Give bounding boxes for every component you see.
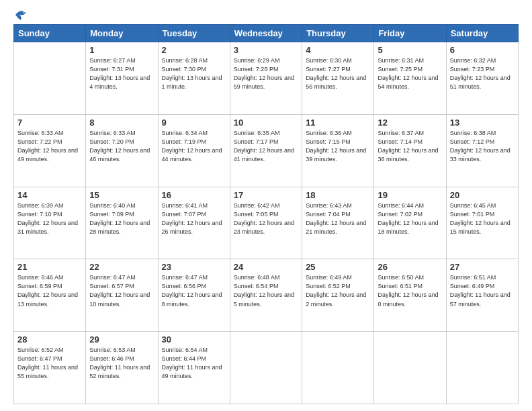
sunrise-text: Sunrise: 6:46 AM	[17, 274, 64, 281]
day-number: 20	[450, 190, 515, 200]
sunrise-text: Sunrise: 6:29 AM	[234, 57, 280, 64]
daylight-text: Daylight: 12 hours and 15 minutes.	[450, 220, 511, 235]
table-row: 13 Sunrise: 6:38 AM Sunset: 7:12 PM Dayl…	[446, 114, 518, 187]
table-row: 24 Sunrise: 6:48 AM Sunset: 6:54 PM Dayl…	[230, 259, 302, 332]
daylight-text: Daylight: 12 hours and 44 minutes.	[162, 147, 222, 163]
day-number: 21	[17, 262, 82, 272]
table-row: 28 Sunrise: 6:52 AM Sunset: 6:47 PM Dayl…	[14, 332, 86, 404]
day-number: 22	[89, 262, 154, 272]
table-row: 6 Sunrise: 6:32 AM Sunset: 7:23 PM Dayli…	[446, 42, 518, 115]
day-number: 11	[306, 118, 370, 128]
sunset-text: Sunset: 7:01 PM	[450, 211, 495, 218]
table-row	[446, 332, 518, 404]
col-friday: Friday	[374, 25, 446, 42]
cell-info: Sunrise: 6:39 AM Sunset: 7:10 PM Dayligh…	[17, 201, 82, 236]
sunset-text: Sunset: 7:07 PM	[162, 211, 207, 218]
sunset-text: Sunset: 7:25 PM	[378, 66, 423, 73]
table-row: 25 Sunrise: 6:49 AM Sunset: 6:52 PM Dayl…	[302, 259, 374, 332]
day-number: 30	[162, 334, 226, 345]
sunrise-text: Sunrise: 6:37 AM	[378, 130, 424, 136]
sunset-text: Sunset: 7:17 PM	[234, 138, 279, 145]
day-number: 15	[89, 190, 154, 200]
table-row: 3 Sunrise: 6:29 AM Sunset: 7:28 PM Dayli…	[230, 42, 302, 115]
daylight-text: Daylight: 11 hours and 52 minutes.	[89, 364, 150, 379]
col-monday: Monday	[86, 25, 158, 42]
table-row: 8 Sunrise: 6:33 AM Sunset: 7:20 PM Dayli…	[86, 114, 158, 187]
sunrise-text: Sunrise: 6:27 AM	[89, 57, 136, 64]
daylight-text: Daylight: 11 hours and 57 minutes.	[450, 291, 511, 307]
daylight-text: Daylight: 12 hours and 51 minutes.	[450, 75, 511, 90]
daylight-text: Daylight: 12 hours and 0 minutes.	[378, 291, 438, 307]
table-row: 17 Sunrise: 6:42 AM Sunset: 7:05 PM Dayl…	[230, 187, 302, 259]
sunrise-text: Sunrise: 6:44 AM	[378, 202, 424, 209]
cell-info: Sunrise: 6:30 AM Sunset: 7:27 PM Dayligh…	[306, 56, 370, 91]
sunset-text: Sunset: 7:14 PM	[378, 138, 423, 145]
sunset-text: Sunset: 6:51 PM	[378, 283, 423, 289]
daylight-text: Daylight: 12 hours and 8 minutes.	[162, 291, 222, 307]
cell-info: Sunrise: 6:27 AM Sunset: 7:31 PM Dayligh…	[89, 56, 154, 91]
table-row	[374, 332, 446, 404]
cell-info: Sunrise: 6:51 AM Sunset: 6:49 PM Dayligh…	[450, 273, 515, 308]
daylight-text: Daylight: 12 hours and 54 minutes.	[378, 75, 438, 90]
sunset-text: Sunset: 6:52 PM	[306, 283, 351, 289]
table-row: 4 Sunrise: 6:30 AM Sunset: 7:27 PM Dayli…	[302, 42, 374, 115]
cell-info: Sunrise: 6:28 AM Sunset: 7:30 PM Dayligh…	[162, 56, 226, 91]
sunset-text: Sunset: 7:23 PM	[450, 66, 495, 73]
calendar-week-row: 1 Sunrise: 6:27 AM Sunset: 7:31 PM Dayli…	[14, 42, 519, 115]
col-wednesday: Wednesday	[230, 25, 302, 42]
cell-info: Sunrise: 6:29 AM Sunset: 7:28 PM Dayligh…	[234, 56, 298, 91]
daylight-text: Daylight: 12 hours and 33 minutes.	[450, 147, 511, 163]
day-number: 26	[378, 262, 442, 272]
day-number: 6	[450, 45, 515, 55]
daylight-text: Daylight: 12 hours and 5 minutes.	[234, 291, 294, 307]
sunrise-text: Sunrise: 6:54 AM	[162, 347, 208, 353]
sunrise-text: Sunrise: 6:48 AM	[234, 274, 280, 281]
day-number: 14	[17, 190, 82, 200]
cell-info: Sunrise: 6:31 AM Sunset: 7:25 PM Dayligh…	[378, 56, 442, 91]
sunrise-text: Sunrise: 6:47 AM	[162, 274, 208, 281]
daylight-text: Daylight: 12 hours and 31 minutes.	[17, 220, 78, 235]
sunset-text: Sunset: 7:05 PM	[234, 211, 279, 218]
sunrise-text: Sunrise: 6:40 AM	[89, 202, 136, 209]
day-number: 12	[378, 118, 442, 128]
sunset-text: Sunset: 7:04 PM	[306, 211, 351, 218]
daylight-text: Daylight: 12 hours and 49 minutes.	[17, 147, 78, 163]
table-row: 26 Sunrise: 6:50 AM Sunset: 6:51 PM Dayl…	[374, 259, 446, 332]
sunset-text: Sunset: 7:28 PM	[234, 66, 279, 73]
cell-info: Sunrise: 6:38 AM Sunset: 7:12 PM Dayligh…	[450, 129, 515, 164]
table-row: 27 Sunrise: 6:51 AM Sunset: 6:49 PM Dayl…	[446, 259, 518, 332]
cell-info: Sunrise: 6:49 AM Sunset: 6:52 PM Dayligh…	[306, 273, 370, 308]
sunset-text: Sunset: 7:10 PM	[17, 211, 62, 218]
calendar-week-row: 21 Sunrise: 6:46 AM Sunset: 6:59 PM Dayl…	[14, 259, 519, 332]
cell-info: Sunrise: 6:34 AM Sunset: 7:19 PM Dayligh…	[162, 129, 226, 164]
calendar-week-row: 7 Sunrise: 6:33 AM Sunset: 7:22 PM Dayli…	[14, 114, 519, 187]
daylight-text: Daylight: 12 hours and 59 minutes.	[234, 75, 294, 90]
cell-info: Sunrise: 6:41 AM Sunset: 7:07 PM Dayligh…	[162, 201, 226, 236]
cell-info: Sunrise: 6:44 AM Sunset: 7:02 PM Dayligh…	[378, 201, 442, 236]
sunrise-text: Sunrise: 6:28 AM	[162, 57, 208, 64]
table-row: 30 Sunrise: 6:54 AM Sunset: 6:44 PM Dayl…	[158, 332, 230, 404]
sunrise-text: Sunrise: 6:41 AM	[162, 202, 208, 209]
daylight-text: Daylight: 12 hours and 26 minutes.	[162, 220, 222, 235]
sunset-text: Sunset: 6:44 PM	[162, 355, 207, 362]
cell-info: Sunrise: 6:47 AM Sunset: 6:57 PM Dayligh…	[89, 273, 154, 308]
daylight-text: Daylight: 12 hours and 21 minutes.	[306, 220, 366, 235]
sunset-text: Sunset: 6:49 PM	[450, 283, 495, 289]
sunrise-text: Sunrise: 6:49 AM	[306, 274, 352, 281]
table-row: 1 Sunrise: 6:27 AM Sunset: 7:31 PM Dayli…	[86, 42, 158, 115]
sunrise-text: Sunrise: 6:42 AM	[234, 202, 280, 209]
sunset-text: Sunset: 7:27 PM	[306, 66, 351, 73]
calendar-header-row: Sunday Monday Tuesday Wednesday Thursday…	[14, 25, 519, 42]
sunrise-text: Sunrise: 6:43 AM	[306, 202, 352, 209]
daylight-text: Daylight: 11 hours and 49 minutes.	[162, 364, 222, 379]
day-number: 27	[450, 262, 515, 272]
calendar-week-row: 28 Sunrise: 6:52 AM Sunset: 6:47 PM Dayl…	[14, 332, 519, 404]
daylight-text: Daylight: 12 hours and 23 minutes.	[234, 220, 294, 235]
sunset-text: Sunset: 7:12 PM	[450, 138, 495, 145]
sunrise-text: Sunrise: 6:35 AM	[234, 130, 280, 136]
day-number: 19	[378, 190, 442, 200]
cell-info: Sunrise: 6:52 AM Sunset: 6:47 PM Dayligh…	[17, 346, 82, 381]
table-row: 7 Sunrise: 6:33 AM Sunset: 7:22 PM Dayli…	[14, 114, 86, 187]
calendar-table: Sunday Monday Tuesday Wednesday Thursday…	[13, 24, 519, 404]
table-row: 2 Sunrise: 6:28 AM Sunset: 7:30 PM Dayli…	[158, 42, 230, 115]
